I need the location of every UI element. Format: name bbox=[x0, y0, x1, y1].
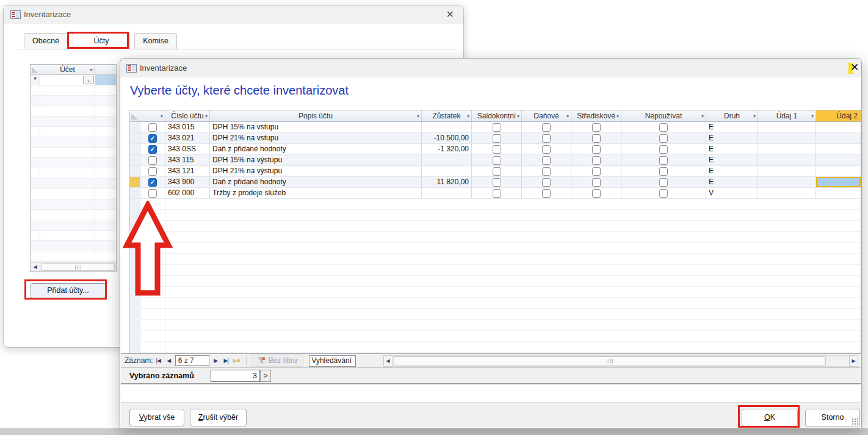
header-strediskove[interactable]: Střediskové▾ bbox=[571, 110, 621, 121]
cell-cislo_uctu[interactable]: 343 021 bbox=[165, 133, 210, 143]
mini-grid-header-ucet[interactable]: Účet ▾↑ bbox=[40, 65, 95, 74]
previous-record-icon[interactable]: ◀ bbox=[164, 358, 174, 364]
saldokontni-checkbox[interactable] bbox=[493, 123, 501, 132]
row-selector[interactable] bbox=[130, 155, 140, 165]
mini-grid-corner-cell[interactable] bbox=[31, 65, 40, 74]
cell-druh[interactable]: E bbox=[706, 177, 758, 187]
row-select-checkbox-cell[interactable] bbox=[140, 188, 165, 198]
cell-zustatek[interactable] bbox=[422, 155, 472, 165]
tab-komise[interactable]: Komise bbox=[134, 33, 177, 49]
mini-grid-hscrollbar[interactable]: ◀ bbox=[31, 262, 116, 271]
row-select-checkbox-cell[interactable] bbox=[140, 155, 165, 165]
cell-cislo_uctu[interactable]: 343 900 bbox=[165, 177, 210, 187]
header-zustatek[interactable]: Zůstatek▾ bbox=[422, 110, 472, 121]
row-selector[interactable] bbox=[130, 133, 140, 143]
cell-strediskove[interactable] bbox=[571, 144, 621, 154]
cell-popis_uctu[interactable]: DPH 15% na výstupu bbox=[210, 155, 422, 165]
row-select-checkbox[interactable]: ✓ bbox=[148, 178, 157, 187]
danove-checkbox[interactable] bbox=[542, 156, 551, 165]
cell-druh[interactable]: E bbox=[706, 144, 758, 154]
cell-zustatek[interactable]: -10 500,00 bbox=[422, 133, 472, 143]
dialog-close-icon[interactable]: ✕ bbox=[850, 61, 859, 74]
cell-udaj1[interactable] bbox=[758, 133, 816, 143]
cell-nepouzivat[interactable] bbox=[621, 166, 706, 176]
current-row-selector[interactable] bbox=[130, 177, 140, 187]
cell-cislo_uctu[interactable]: 343 121 bbox=[165, 166, 210, 176]
last-record-icon[interactable]: ▶| bbox=[221, 358, 231, 364]
cell-druh[interactable]: V bbox=[706, 188, 758, 198]
strediskove-checkbox[interactable] bbox=[592, 145, 601, 154]
cell-udaj1[interactable] bbox=[758, 144, 816, 154]
strediskove-checkbox[interactable] bbox=[592, 156, 601, 165]
ok-button[interactable]: OK bbox=[742, 409, 798, 426]
next-record-icon[interactable]: ▶ bbox=[211, 358, 221, 364]
nepouzivat-checkbox[interactable] bbox=[659, 189, 668, 198]
select-all-button[interactable]: Vybrat vše bbox=[129, 409, 184, 426]
datasheet-hscrollbar[interactable]: ◀ ▶ bbox=[383, 355, 858, 367]
row-select-checkbox-cell[interactable] bbox=[140, 166, 165, 176]
strediskove-checkbox[interactable] bbox=[592, 167, 601, 176]
header-udaj2[interactable]: Údaj 2 bbox=[816, 110, 861, 121]
cell-cislo_uctu[interactable]: 343 0SS bbox=[165, 144, 210, 154]
row-selector[interactable] bbox=[130, 166, 140, 176]
cell-udaj1[interactable] bbox=[758, 177, 816, 187]
selected-cell[interactable] bbox=[95, 75, 116, 85]
nepouzivat-checkbox[interactable] bbox=[659, 167, 668, 176]
danove-checkbox[interactable] bbox=[542, 123, 551, 132]
account-combo-field[interactable]: ⌄ bbox=[40, 75, 95, 85]
tab-obecne[interactable]: Obecné bbox=[24, 33, 68, 49]
danove-checkbox[interactable] bbox=[542, 189, 551, 198]
danove-checkbox[interactable] bbox=[542, 178, 551, 187]
saldokontni-checkbox[interactable] bbox=[493, 167, 501, 176]
header-udaj1[interactable]: Údaj 1▾ bbox=[758, 110, 816, 121]
cell-zustatek[interactable]: 11 820,00 bbox=[422, 177, 472, 187]
cell-danove[interactable] bbox=[522, 144, 571, 154]
cell-saldokontni[interactable] bbox=[472, 133, 522, 143]
cell-zustatek[interactable] bbox=[422, 122, 472, 132]
row-select-checkbox[interactable]: ✓ bbox=[148, 134, 157, 143]
cell-zustatek[interactable] bbox=[422, 166, 472, 176]
saldokontni-checkbox[interactable] bbox=[493, 156, 501, 165]
cell-udaj1[interactable] bbox=[758, 122, 816, 132]
no-filter-button[interactable]: Bez filtru bbox=[251, 354, 304, 367]
row-select-checkbox[interactable] bbox=[148, 123, 157, 132]
cell-danove[interactable] bbox=[522, 155, 571, 165]
cell-udaj2[interactable] bbox=[816, 177, 861, 187]
header-saldokontni[interactable]: Saldokontní▾ bbox=[472, 110, 522, 121]
strediskove-checkbox[interactable] bbox=[592, 178, 601, 187]
cell-nepouzivat[interactable] bbox=[621, 144, 706, 154]
row-select-checkbox[interactable] bbox=[148, 156, 157, 165]
cell-strediskove[interactable] bbox=[571, 177, 621, 187]
danove-checkbox[interactable] bbox=[542, 167, 551, 176]
cell-popis_uctu[interactable]: DPH 15% na vstupu bbox=[210, 122, 422, 132]
strediskove-checkbox[interactable] bbox=[592, 189, 601, 198]
cell-strediskove[interactable] bbox=[571, 122, 621, 132]
header-cislo_uctu[interactable]: Číslo účtu▾ bbox=[165, 110, 210, 121]
record-position-field[interactable]: 6 z 7 bbox=[175, 355, 209, 366]
row-selector[interactable] bbox=[130, 122, 140, 132]
cell-danove[interactable] bbox=[522, 166, 571, 176]
cell-druh[interactable]: E bbox=[706, 133, 758, 143]
nepouzivat-checkbox[interactable] bbox=[659, 178, 668, 187]
danove-checkbox[interactable] bbox=[542, 134, 551, 143]
cell-cislo_uctu[interactable]: 343 015 bbox=[165, 122, 210, 132]
header-druh[interactable]: Druh▾ bbox=[706, 110, 758, 121]
cell-danove[interactable] bbox=[522, 122, 571, 132]
cell-udaj2[interactable] bbox=[816, 133, 861, 143]
cell-danove[interactable] bbox=[522, 133, 571, 143]
saldokontni-checkbox[interactable] bbox=[493, 145, 501, 154]
row-select-checkbox[interactable]: ✓ bbox=[148, 145, 157, 154]
cell-popis_uctu[interactable]: Daň z přidané hodnoty bbox=[210, 144, 422, 154]
cell-udaj1[interactable] bbox=[758, 166, 816, 176]
chevron-down-icon[interactable]: ⌄ bbox=[83, 76, 94, 84]
danove-checkbox[interactable] bbox=[542, 145, 551, 154]
cell-udaj1[interactable] bbox=[758, 188, 816, 198]
cell-saldokontni[interactable] bbox=[472, 155, 522, 165]
header-nepouzivat[interactable]: Nepoužívat▾ bbox=[621, 110, 706, 121]
back-window-close-icon[interactable]: ✕ bbox=[446, 9, 454, 20]
strediskove-checkbox[interactable] bbox=[592, 134, 601, 143]
cell-zustatek[interactable]: -1 320,00 bbox=[422, 144, 472, 154]
scroll-left-icon[interactable]: ◀ bbox=[383, 355, 392, 367]
scrollbar-track[interactable] bbox=[392, 355, 849, 367]
cell-udaj2[interactable] bbox=[816, 188, 861, 198]
